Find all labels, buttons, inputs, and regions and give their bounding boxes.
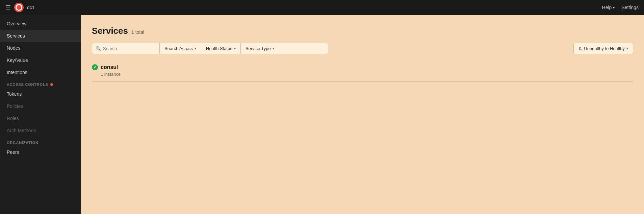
sort-icon: ⇅: [578, 46, 582, 51]
service-list: consul 1 instance: [92, 60, 633, 82]
settings-link[interactable]: Settings: [621, 5, 639, 10]
organization-section: ORGANIZATION: [0, 137, 81, 146]
topbar-right: Help ▾ Settings: [602, 5, 639, 10]
hamburger-icon[interactable]: ☰: [5, 4, 11, 11]
sidebar-item-intentions[interactable]: Intentions: [0, 66, 81, 78]
health-status-chevron-icon: ▾: [234, 47, 236, 50]
search-icon: 🔍: [96, 46, 101, 51]
page-count: 1 total: [131, 29, 144, 35]
sidebar-label-overview: Overview: [7, 21, 26, 26]
toolbar-row: 🔍 Search Across ▾ Health Status ▾ Servic…: [92, 43, 633, 54]
topbar: ☰ dc1 Help ▾ Settings: [0, 0, 644, 15]
filter-bar: 🔍 Search Across ▾ Health Status ▾ Servic…: [92, 43, 328, 54]
organization-label: ORGANIZATION: [7, 141, 38, 145]
sidebar-item-auth-methods[interactable]: Auth Methods: [0, 124, 81, 137]
sidebar-label-policies: Policies: [7, 103, 23, 109]
sidebar-item-services[interactable]: Services: [0, 30, 81, 42]
sort-label: Unhealthy to Healthy: [584, 46, 625, 51]
page-header: Services 1 total: [92, 26, 633, 36]
help-label: Help: [602, 5, 612, 10]
sidebar-label-services: Services: [7, 33, 25, 39]
sort-button[interactable]: ⇅ Unhealthy to Healthy ▾: [573, 43, 633, 54]
sidebar-item-nodes[interactable]: Nodes: [0, 42, 81, 54]
sidebar-item-roles[interactable]: Roles: [0, 112, 81, 124]
access-controls-label: ACCESS CONTROLS: [7, 82, 48, 87]
topbar-left: ☰ dc1: [5, 3, 35, 12]
access-controls-section: ACCESS CONTROLS: [0, 78, 81, 88]
service-type-chevron-icon: ▾: [273, 47, 274, 50]
sidebar-label-key-value: Key/Value: [7, 57, 28, 63]
health-status-label: Health Status: [206, 46, 232, 51]
access-dot-icon: [50, 83, 53, 86]
health-status-button[interactable]: Health Status ▾: [201, 43, 241, 54]
sidebar-item-overview[interactable]: Overview: [0, 18, 81, 30]
sidebar-label-roles: Roles: [7, 116, 19, 121]
search-input[interactable]: [103, 43, 156, 54]
content-area: Services 1 total 🔍 Search Across ▾ Healt…: [81, 15, 644, 214]
dc-name: dc1: [27, 5, 35, 10]
sidebar-label-nodes: Nodes: [7, 45, 20, 51]
search-across-chevron-icon: ▾: [195, 47, 196, 50]
sidebar-label-tokens: Tokens: [7, 91, 22, 97]
settings-label: Settings: [621, 5, 639, 10]
health-indicator-icon: [92, 64, 98, 70]
sidebar-label-intentions: Intentions: [7, 70, 27, 75]
main-layout: Overview Services Nodes Key/Value Intent…: [0, 15, 644, 214]
service-type-button[interactable]: Service Type ▾: [241, 43, 279, 54]
sidebar-item-tokens[interactable]: Tokens: [0, 88, 81, 100]
service-instances: 1 instance: [92, 72, 633, 77]
sidebar-item-peers[interactable]: Peers: [0, 146, 81, 158]
service-name-row: consul: [92, 64, 633, 70]
search-wrapper: 🔍: [92, 43, 160, 54]
service-name: consul: [101, 64, 118, 70]
help-link[interactable]: Help ▾: [602, 5, 615, 10]
logo-icon: [14, 3, 24, 12]
sidebar-item-key-value[interactable]: Key/Value: [0, 54, 81, 66]
search-across-label: Search Across: [164, 46, 193, 51]
page-title: Services: [92, 26, 128, 36]
sidebar: Overview Services Nodes Key/Value Intent…: [0, 15, 81, 214]
sidebar-item-policies[interactable]: Policies: [0, 100, 81, 112]
service-type-label: Service Type: [246, 46, 271, 51]
sidebar-label-auth-methods: Auth Methods: [7, 128, 36, 133]
help-chevron-icon: ▾: [613, 6, 615, 9]
sidebar-label-peers: Peers: [7, 149, 19, 155]
sort-chevron-icon: ▾: [626, 47, 628, 50]
search-across-button[interactable]: Search Across ▾: [160, 43, 201, 54]
service-row[interactable]: consul 1 instance: [92, 60, 633, 82]
